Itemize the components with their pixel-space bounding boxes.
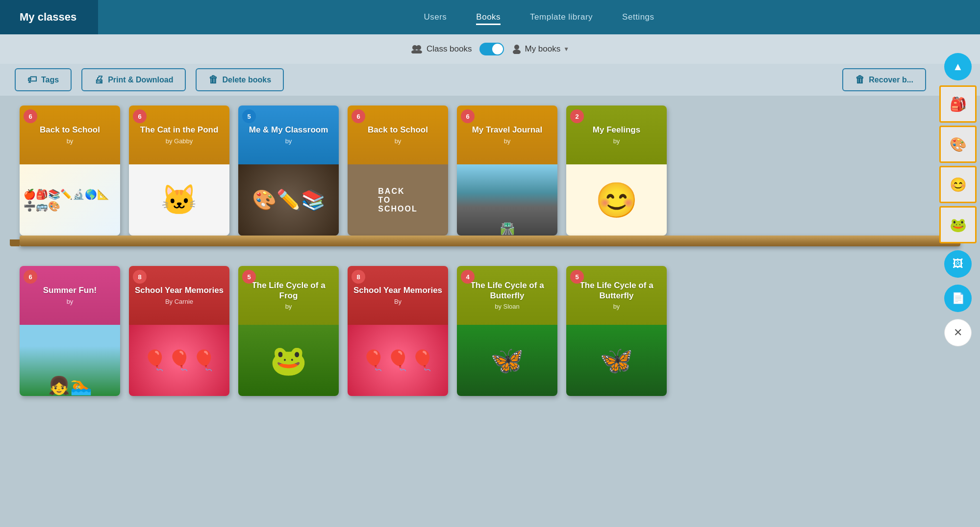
book-me-my-classroom[interactable]: 5 Me & My Classroom by 🎨✏️📚 — [238, 105, 339, 236]
person-icon — [512, 44, 522, 54]
book-title-back-to-school-2: Back to School — [368, 125, 428, 135]
nav-item-books[interactable]: Books — [476, 12, 501, 22]
nav-item-template[interactable]: Template library — [530, 12, 593, 22]
book-img-school-year-memories-1: 🎈🎈🎈 — [129, 325, 229, 396]
book-author-school-year-memories-2: By — [394, 298, 402, 305]
book-my-feelings[interactable]: 2 My Feelings by 😊 — [566, 105, 667, 236]
book-author-back-to-school-1: by — [67, 137, 74, 145]
book-img-my-feelings: 😊 — [566, 164, 667, 236]
book-school-year-memories-1[interactable]: 8 School Year Memories By Carnie 🎈🎈🎈 — [129, 266, 229, 396]
book-title-lifecycle-butterfly-2: The Life Cycle of a Butterfly — [571, 281, 662, 301]
badge-my-travel-journal: 6 — [461, 109, 475, 123]
recover-icon: 🗑 — [855, 74, 865, 85]
svg-point-1 — [416, 45, 421, 50]
svg-point-4 — [514, 45, 519, 50]
book-title-school-year-memories-1: School Year Memories — [135, 286, 224, 295]
book-author-my-travel-journal: by — [504, 137, 511, 145]
badge-school-year-memories-1: 8 — [133, 270, 147, 284]
image-button[interactable]: 🖼 — [944, 250, 972, 278]
shelf-1: 6 Back to School by 🍎🎒📚✏️🔬🌎📐➗🚌🎨 6 The Ca… — [20, 105, 960, 246]
badge-me-my-classroom: 5 — [242, 109, 256, 123]
book-img-lifecycle-butterfly-2: 🦋 — [566, 325, 667, 396]
document-button[interactable]: 📄 — [944, 285, 972, 312]
scroll-up-button[interactable]: ▲ — [944, 53, 972, 80]
book-author-school-year-memories-1: By Carnie — [165, 298, 193, 305]
badge-back-to-school-2: 6 — [352, 109, 365, 123]
book-author-my-feelings: by — [613, 137, 620, 145]
book-img-back-to-school-2: BACKTOSCHOOL — [348, 164, 448, 236]
book-author-cat-in-pond: by Gabby — [166, 137, 193, 145]
book-title-lifecycle-butterfly-1: The Life Cycle of a Butterfly — [462, 281, 553, 301]
badge-cat-in-pond: 6 — [133, 109, 147, 123]
nav-bar: My classes Users Books Template library … — [0, 0, 980, 34]
book-author-summer-fun: by — [67, 298, 74, 305]
main-content: 6 Back to School by 🍎🎒📚✏️🔬🌎📐➗🚌🎨 6 The Ca… — [0, 96, 980, 527]
delete-books-button[interactable]: 🗑 Delete books — [196, 68, 284, 91]
badge-school-year-memories-2: 8 — [352, 270, 365, 284]
book-author-back-to-school-2: by — [395, 137, 402, 145]
book-cat-in-pond[interactable]: 6 The Cat in the Pond by Gabby 🐱 — [129, 105, 229, 236]
shelf-board-1 — [20, 236, 960, 246]
book-lifecycle-butterfly-1[interactable]: 4 The Life Cycle of a Butterfly by Sloan… — [457, 266, 557, 396]
badge-back-to-school-1: 6 — [24, 109, 37, 123]
nav-logo[interactable]: My classes — [0, 0, 98, 34]
thumbnail-1[interactable]: 🎒 — [939, 85, 977, 123]
thumbnail-2[interactable]: 🎨 — [939, 126, 977, 163]
book-title-me-my-classroom: Me & My Classroom — [249, 125, 328, 135]
book-school-year-memories-2[interactable]: 8 School Year Memories By 🎈🎈🎈 — [348, 266, 448, 396]
recover-button[interactable]: 🗑 Recover b... — [842, 68, 926, 91]
books-row-1: 6 Back to School by 🍎🎒📚✏️🔬🌎📐➗🚌🎨 6 The Ca… — [20, 105, 960, 236]
book-title-my-feelings: My Feelings — [593, 125, 640, 135]
book-img-school-year-memories-2: 🎈🎈🎈 — [348, 325, 448, 396]
book-title-summer-fun: Summer Fun! — [43, 286, 97, 295]
book-back-to-school-1[interactable]: 6 Back to School by 🍎🎒📚✏️🔬🌎📐➗🚌🎨 — [20, 105, 120, 236]
tag-icon: 🏷 — [27, 74, 37, 85]
svg-point-5 — [513, 50, 521, 54]
badge-lifecycle-butterfly-1: 4 — [461, 270, 475, 284]
print-download-button[interactable]: 🖨 Print & Download — [81, 68, 186, 91]
toggle-switch[interactable] — [479, 43, 504, 55]
book-back-to-school-2[interactable]: 6 Back to School by BACKTOSCHOOL — [348, 105, 448, 236]
book-img-summer-fun: 👧🏊 — [20, 325, 120, 396]
class-books-label: Class books — [411, 44, 472, 54]
book-img-back-to-school-1: 🍎🎒📚✏️🔬🌎📐➗🚌🎨 — [20, 164, 120, 236]
badge-summer-fun: 6 — [24, 270, 37, 284]
book-my-travel-journal[interactable]: 6 My Travel Journal by 🛣️ — [457, 105, 557, 236]
book-title-school-year-memories-2: School Year Memories — [353, 286, 442, 295]
close-button[interactable]: ✕ — [944, 319, 972, 346]
book-img-my-travel-journal: 🛣️ — [457, 164, 557, 236]
shelf-2: 6 Summer Fun! by 👧🏊 8 School Year Memori… — [20, 266, 960, 396]
group-icon — [411, 45, 423, 53]
book-author-lifecycle-butterfly-2: by — [613, 303, 620, 310]
badge-lifecycle-frog: 5 — [242, 270, 256, 284]
thumbnail-4[interactable]: 🐸 — [939, 206, 977, 243]
book-img-me-my-classroom: 🎨✏️📚 — [238, 164, 339, 236]
book-summer-fun[interactable]: 6 Summer Fun! by 👧🏊 — [20, 266, 120, 396]
toggle-bar: Class books My books ▼ — [0, 34, 980, 64]
action-bar: 🏷 Tags 🖨 Print & Download 🗑 Delete books… — [0, 64, 980, 96]
book-author-lifecycle-frog: by — [285, 303, 292, 310]
my-books-dropdown[interactable]: My books ▼ — [512, 44, 569, 54]
book-title-cat-in-pond: The Cat in the Pond — [140, 125, 219, 135]
book-img-lifecycle-butterfly-1: 🦋 — [457, 325, 557, 396]
badge-my-feelings: 2 — [570, 109, 584, 123]
book-img-lifecycle-frog: 🐸 — [238, 325, 339, 396]
book-title-my-travel-journal: My Travel Journal — [472, 125, 543, 135]
thumbnail-3[interactable]: 😊 — [939, 166, 977, 203]
trash-icon: 🗑 — [208, 74, 218, 85]
tags-button[interactable]: 🏷 Tags — [15, 68, 72, 91]
right-panel: ▲ 🎒 🎨 😊 🐸 🖼 📄 ✕ — [936, 49, 980, 346]
book-title-lifecycle-frog: The Life Cycle of a Frog — [243, 281, 334, 301]
book-author-lifecycle-butterfly-1: by Sloan — [495, 303, 520, 310]
nav-item-users[interactable]: Users — [424, 12, 447, 22]
book-author-me-my-classroom: by — [285, 137, 292, 145]
book-lifecycle-butterfly-2[interactable]: 5 The Life Cycle of a Butterfly by 🦋 — [566, 266, 667, 396]
book-lifecycle-frog[interactable]: 5 The Life Cycle of a Frog by 🐸 — [238, 266, 339, 396]
nav-links: Users Books Template library Settings — [424, 12, 654, 22]
dropdown-arrow-icon: ▼ — [563, 46, 569, 53]
books-row-2: 6 Summer Fun! by 👧🏊 8 School Year Memori… — [20, 266, 960, 396]
nav-item-settings[interactable]: Settings — [622, 12, 654, 22]
book-img-cat-in-pond: 🐱 — [129, 164, 229, 236]
badge-lifecycle-butterfly-2: 5 — [570, 270, 584, 284]
book-title-back-to-school-1: Back to School — [40, 125, 100, 135]
